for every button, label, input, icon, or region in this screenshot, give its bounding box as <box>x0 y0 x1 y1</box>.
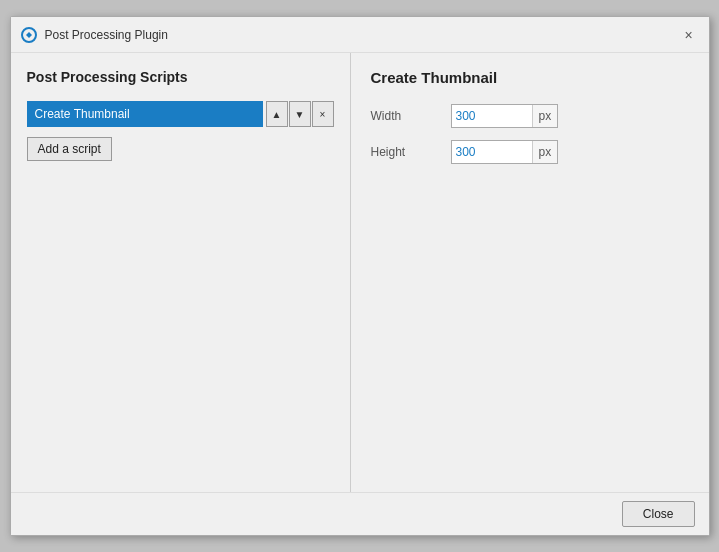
width-row: Width px <box>371 102 689 130</box>
app-icon <box>21 27 37 43</box>
title-bar-text: Post Processing Plugin <box>45 28 679 42</box>
height-input-wrap: px <box>451 140 559 164</box>
width-input[interactable] <box>452 105 532 127</box>
script-controls: ▲ ▼ × <box>265 101 334 127</box>
left-panel-title: Post Processing Scripts <box>27 69 334 85</box>
add-script-button[interactable]: Add a script <box>27 137 112 161</box>
script-item-label[interactable]: Create Thumbnail <box>27 101 263 127</box>
width-unit: px <box>532 105 558 127</box>
move-up-button[interactable]: ▲ <box>266 101 288 127</box>
width-label: Width <box>371 109 451 123</box>
height-unit: px <box>532 141 558 163</box>
dialog-body: Post Processing Scripts Create Thumbnail… <box>11 53 709 492</box>
title-bar: Post Processing Plugin × <box>11 17 709 53</box>
close-button[interactable]: Close <box>622 501 695 527</box>
post-processing-dialog: Post Processing Plugin × Post Processing… <box>10 16 710 536</box>
move-down-button[interactable]: ▼ <box>289 101 311 127</box>
height-label: Height <box>371 145 451 159</box>
left-panel: Post Processing Scripts Create Thumbnail… <box>11 53 351 492</box>
right-panel-title: Create Thumbnail <box>371 69 689 86</box>
height-row: Height px <box>371 138 689 166</box>
remove-script-button[interactable]: × <box>312 101 334 127</box>
right-panel: Create Thumbnail Width px Height px <box>351 53 709 492</box>
dialog-footer: Close <box>11 492 709 535</box>
width-input-wrap: px <box>451 104 559 128</box>
height-input[interactable] <box>452 141 532 163</box>
script-item-row: Create Thumbnail ▲ ▼ × <box>27 101 334 127</box>
close-icon[interactable]: × <box>679 25 699 45</box>
